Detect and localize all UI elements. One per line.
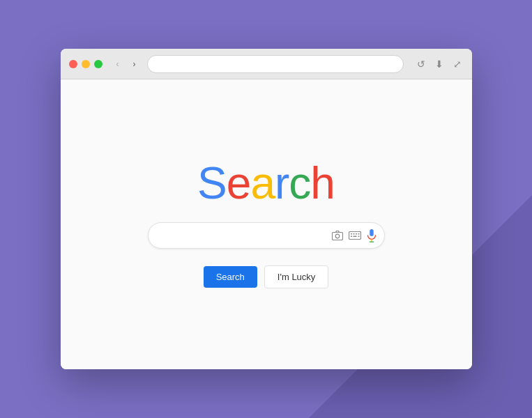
svg-rect-3 [351, 233, 352, 235]
camera-icon[interactable] [332, 231, 343, 240]
close-button[interactable] [69, 60, 77, 68]
microphone-icon[interactable] [367, 229, 377, 242]
svg-rect-10 [370, 229, 373, 235]
maximize-button[interactable] [94, 60, 102, 68]
svg-rect-4 [353, 233, 354, 235]
svg-rect-7 [351, 235, 352, 237]
keyboard-icon[interactable] [349, 231, 361, 240]
refresh-icon[interactable]: ↺ [415, 58, 427, 70]
fullscreen-icon[interactable]: ⤢ [451, 58, 464, 70]
search-input-container [148, 222, 385, 249]
logo-letter-c: c [289, 158, 310, 208]
svg-rect-9 [358, 235, 359, 237]
buttons-row: Search I'm Lucky [204, 265, 329, 288]
browser-window: ‹ › ↺ ⬇ ⤢ Search [61, 49, 472, 369]
svg-rect-6 [358, 233, 359, 235]
address-bar[interactable] [147, 55, 404, 73]
browser-content: Search [61, 79, 472, 369]
search-button[interactable]: Search [204, 266, 257, 288]
input-icons [332, 229, 377, 242]
logo-letter-r: r [275, 158, 289, 208]
svg-rect-0 [332, 232, 342, 240]
minimize-button[interactable] [82, 60, 90, 68]
nav-buttons: ‹ › [111, 57, 142, 71]
logo-letter-a: a [250, 158, 275, 208]
back-button[interactable]: ‹ [111, 57, 125, 71]
svg-rect-8 [353, 235, 356, 237]
traffic-lights [69, 60, 102, 68]
download-icon[interactable]: ⬇ [433, 58, 446, 70]
logo-letter-s: S [197, 158, 227, 208]
lucky-button[interactable]: I'm Lucky [264, 265, 329, 288]
forward-button[interactable]: › [128, 57, 142, 71]
search-logo: Search [197, 161, 335, 206]
svg-point-1 [335, 234, 340, 238]
toolbar-icons: ↺ ⬇ ⤢ [415, 58, 464, 70]
logo-letter-h: h [310, 158, 335, 208]
logo-letter-e: e [227, 158, 251, 208]
title-bar: ‹ › ↺ ⬇ ⤢ [61, 49, 472, 79]
svg-rect-2 [349, 231, 360, 239]
svg-rect-5 [356, 233, 357, 235]
